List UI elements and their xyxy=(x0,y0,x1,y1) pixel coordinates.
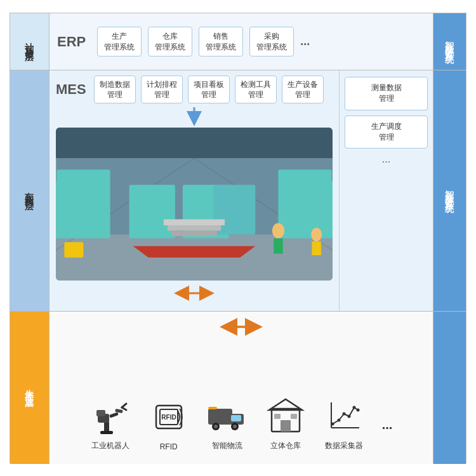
svg-rect-55 xyxy=(291,414,297,419)
chart-svg xyxy=(325,396,363,434)
arrow-down-area xyxy=(56,107,333,124)
mes-right-box-1: 测量数据管理 xyxy=(345,77,428,110)
truck-label: 智能物流 xyxy=(212,440,242,451)
main-container: 计划决策层 ERP 生产管理系统 仓库管理系统 销售管理系统 采购管理系统 ..… xyxy=(10,13,466,463)
warehouse-svg xyxy=(267,396,305,434)
svg-rect-9 xyxy=(328,181,333,238)
layer-chejian: 车间执行层 xyxy=(10,70,50,311)
erp-section: ERP 生产管理系统 仓库管理系统 销售管理系统 采购管理系统 ... xyxy=(50,13,433,70)
svg-line-38 xyxy=(122,407,126,410)
mes-box-5: 生产设备管理 xyxy=(282,76,324,103)
svg-point-63 xyxy=(356,409,359,412)
chart-label: 数据采集器 xyxy=(325,440,363,451)
bot-arrow-up xyxy=(222,318,260,340)
robot-icon xyxy=(90,395,131,435)
factory-image xyxy=(56,128,333,281)
svg-rect-35 xyxy=(109,412,119,418)
svg-rect-8 xyxy=(278,169,331,238)
svg-rect-29 xyxy=(312,242,321,256)
robot-svg xyxy=(91,396,129,434)
mid-row: 车间执行层 MES 制造数据管理 计划排程管理 项目看板管理 检测工具管理 生产… xyxy=(10,70,466,312)
svg-rect-50 xyxy=(208,407,217,409)
erp-systems: 生产管理系统 仓库管理系统 销售管理系统 采购管理系统 ... xyxy=(97,27,425,57)
svg-marker-13 xyxy=(133,246,256,258)
layer-shengchan: 生产作业层 xyxy=(10,312,50,464)
svg-point-59 xyxy=(337,419,340,422)
svg-rect-39 xyxy=(100,431,113,434)
chart-icon xyxy=(324,395,364,435)
svg-point-58 xyxy=(331,423,334,426)
robot-label: 工业机器人 xyxy=(91,440,129,451)
svg-rect-6 xyxy=(56,169,110,238)
rfid-icon: RFID xyxy=(149,397,189,437)
svg-rect-53 xyxy=(281,420,291,432)
device-warehouse: 立体仓库 xyxy=(265,395,306,451)
right-label-mid: 智能统计系统 xyxy=(433,70,466,311)
svg-rect-2 xyxy=(56,128,333,158)
svg-rect-14 xyxy=(164,220,225,226)
dots-label: ... xyxy=(382,418,393,451)
mes-right-dots: ... xyxy=(345,154,428,165)
svg-point-28 xyxy=(311,228,322,242)
erp-box-3: 销售管理系统 xyxy=(199,27,243,57)
bot-row: 生产作业层 xyxy=(10,312,466,464)
mes-modules: 制造数据管理 计划排程管理 项目看板管理 检测工具管理 生产设备管理 xyxy=(94,76,324,103)
mes-right-box-2: 生产调度管理 xyxy=(345,116,428,149)
device-dots: ... xyxy=(382,418,393,451)
mid-content: MES 制造数据管理 计划排程管理 项目看板管理 检测工具管理 生产设备管理 xyxy=(50,70,339,311)
erp-label: ERP xyxy=(57,34,86,50)
svg-point-62 xyxy=(352,406,355,409)
device-icons-row: 工业机器人 RFID xyxy=(90,345,393,458)
warehouse-label: 立体仓库 xyxy=(270,440,301,451)
svg-text:RFID: RFID xyxy=(161,414,176,421)
svg-rect-36 xyxy=(115,409,123,413)
erp-box-1: 生产管理系统 xyxy=(97,27,142,57)
factory-scene-svg xyxy=(56,128,333,281)
arrow-down-icon xyxy=(175,107,213,121)
mes-box-4: 检测工具管理 xyxy=(235,76,277,103)
device-truck: 智能物流 xyxy=(207,395,248,451)
svg-point-60 xyxy=(342,413,345,416)
mes-box-2: 计划排程管理 xyxy=(141,76,183,103)
device-robot: 工业机器人 xyxy=(90,395,131,451)
svg-rect-43 xyxy=(208,409,232,425)
warehouse-icon xyxy=(265,395,306,435)
mes-top-bar: MES 制造数据管理 计划排程管理 项目看板管理 检测工具管理 生产设备管理 xyxy=(56,76,333,103)
truck-icon xyxy=(207,395,248,435)
right-label-bot xyxy=(433,312,466,464)
layer-jihua: 计划决策层 xyxy=(10,13,50,70)
mes-box-3: 项目看板管理 xyxy=(188,76,230,103)
svg-rect-21 xyxy=(64,242,83,258)
svg-point-49 xyxy=(233,425,237,428)
rfid-label: RFID xyxy=(160,442,178,451)
svg-rect-54 xyxy=(274,414,281,419)
svg-point-47 xyxy=(214,425,218,428)
mes-label: MES xyxy=(56,81,86,98)
svg-point-61 xyxy=(347,415,350,418)
erp-box-4: 采购管理系统 xyxy=(249,27,294,57)
erp-box-2: 仓库管理系统 xyxy=(148,27,192,57)
bidir-arrow-icon xyxy=(175,284,213,302)
erp-dots: ... xyxy=(300,35,310,48)
svg-rect-16 xyxy=(171,231,217,236)
truck-svg xyxy=(207,396,248,434)
svg-rect-20 xyxy=(56,158,56,234)
svg-point-22 xyxy=(272,223,284,239)
top-row: 计划决策层 ERP 生产管理系统 仓库管理系统 销售管理系统 采购管理系统 ..… xyxy=(10,13,466,70)
svg-rect-34 xyxy=(96,410,105,416)
svg-rect-15 xyxy=(168,225,221,230)
bot-arrow-icon xyxy=(222,318,260,336)
device-chart: 数据采集器 xyxy=(324,395,364,451)
svg-rect-45 xyxy=(231,415,241,421)
rfid-svg: RFID xyxy=(150,398,188,436)
device-rfid: RFID RFID xyxy=(149,397,189,451)
right-label-top: 智能统计系统 xyxy=(433,13,466,70)
bot-content: 工业机器人 RFID xyxy=(50,312,433,464)
bidir-arrow xyxy=(56,284,333,306)
mes-box-1: 制造数据管理 xyxy=(94,76,136,103)
mid-right-modules: 测量数据管理 生产调度管理 ... xyxy=(339,70,433,311)
svg-rect-23 xyxy=(274,239,282,254)
